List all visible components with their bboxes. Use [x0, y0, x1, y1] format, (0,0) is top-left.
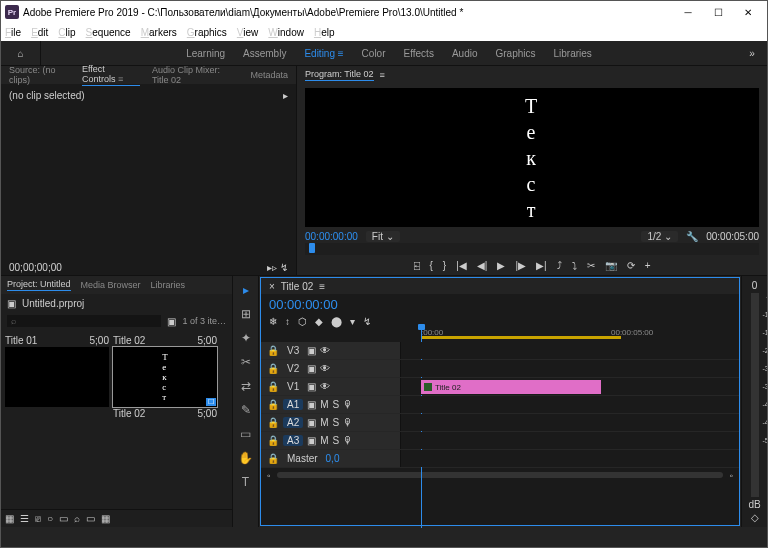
menu-view[interactable]: View [237, 27, 259, 38]
tool-3[interactable]: ✂ [238, 354, 254, 370]
tool-7[interactable]: ✋ [238, 450, 254, 466]
project-footer-btn-4[interactable]: ▭ [59, 513, 68, 524]
timeline-zoom-slider[interactable] [277, 472, 724, 478]
project-footer-btn-1[interactable]: ☰ [20, 513, 29, 524]
playhead-marker[interactable] [309, 243, 315, 253]
workspace-assembly[interactable]: Assembly [243, 48, 286, 59]
lock-icon[interactable]: 🔒 [267, 435, 279, 446]
workspace-editing[interactable]: Editing ≡ [304, 48, 343, 59]
menu-sequence[interactable]: Sequence [86, 27, 131, 38]
clip[interactable]: Title 02 [421, 380, 601, 394]
transport-btn-8[interactable]: ⤴ [557, 260, 562, 271]
project-search[interactable] [7, 315, 161, 327]
workspace-effects[interactable]: Effects [404, 48, 434, 59]
transport-btn-12[interactable]: ⟳ [627, 260, 635, 271]
track-body[interactable] [401, 342, 739, 359]
source-tab[interactable]: Source: (no clips) [9, 65, 70, 85]
menu-graphics[interactable]: Graphics [187, 27, 227, 38]
tab-menu-icon[interactable]: ≡ [380, 70, 385, 80]
track-io[interactable]: ▣ [307, 381, 316, 392]
transport-btn-0[interactable]: ⍇ [414, 260, 420, 271]
source-tab[interactable]: Effect Controls ≡ [82, 64, 140, 86]
workspace-audio[interactable]: Audio [452, 48, 478, 59]
track-body[interactable] [401, 396, 739, 413]
track-io[interactable]: M [320, 417, 328, 428]
timeline-ruler[interactable]: :00:0000:00:05:0000:00:10 [401, 328, 739, 342]
tool-0[interactable]: ▸ [238, 282, 254, 298]
track-io[interactable]: 👁 [320, 381, 330, 392]
track-io[interactable]: 🎙 [343, 435, 353, 446]
timeline-zoom-out[interactable]: ◦ [267, 470, 271, 481]
program-timecode-in[interactable]: 00:00:00:00 [305, 231, 358, 242]
project-tab[interactable]: Libraries [151, 280, 186, 290]
tool-5[interactable]: ✎ [238, 402, 254, 418]
track-io[interactable]: S [333, 399, 340, 410]
transport-btn-9[interactable]: ⤵ [572, 260, 577, 271]
track-io[interactable]: ▣ [307, 363, 316, 374]
lock-icon[interactable]: 🔒 [267, 381, 279, 392]
workspace-color[interactable]: Color [362, 48, 386, 59]
maximize-button[interactable]: ☐ [703, 1, 733, 23]
track-body[interactable] [401, 414, 739, 431]
project-footer-btn-0[interactable]: ▦ [5, 513, 14, 524]
project-footer-btn-6[interactable]: ▭ [86, 513, 95, 524]
close-button[interactable]: ✕ [733, 1, 763, 23]
source-tab[interactable]: Audio Clip Mixer: Title 02 [152, 65, 239, 85]
minimize-button[interactable]: ─ [673, 1, 703, 23]
track-io[interactable]: M [320, 435, 328, 446]
project-item[interactable]: Title 015;00 [5, 334, 109, 420]
transport-btn-4[interactable]: ◀| [477, 260, 488, 271]
timeline-opt-4[interactable]: ⬤ [331, 316, 342, 327]
project-footer-btn-3[interactable]: ○ [47, 513, 53, 524]
lock-icon[interactable]: 🔒 [267, 417, 279, 428]
seq-close-icon[interactable]: × [269, 281, 275, 292]
workspace-overflow[interactable]: » [737, 48, 767, 59]
track-io[interactable]: M [320, 399, 328, 410]
transport-btn-7[interactable]: ▶| [536, 260, 547, 271]
workspace-graphics[interactable]: Graphics [495, 48, 535, 59]
track-body[interactable] [401, 450, 739, 467]
tool-1[interactable]: ⊞ [238, 306, 254, 322]
project-tab[interactable]: Media Browser [81, 280, 141, 290]
program-monitor[interactable]: Т е к с т [305, 88, 759, 227]
lock-icon[interactable]: 🔒 [267, 453, 279, 464]
track-io[interactable]: 👁 [320, 345, 330, 356]
timeline-zoom-in[interactable]: ◦ [729, 470, 733, 481]
program-tab[interactable]: Program: Title 02 [305, 69, 374, 81]
master-value[interactable]: 0,0 [326, 453, 340, 464]
tool-6[interactable]: ▭ [238, 426, 254, 442]
lock-icon[interactable]: 🔒 [267, 363, 279, 374]
track-body[interactable]: Title 02 [401, 378, 739, 395]
workspace-learning[interactable]: Learning [186, 48, 225, 59]
timeline-opt-2[interactable]: ⬡ [298, 316, 307, 327]
track-io[interactable]: ▣ [307, 435, 316, 446]
track-label[interactable]: Master [283, 453, 322, 464]
transport-btn-1[interactable]: { [430, 260, 433, 271]
menu-file[interactable]: File [5, 27, 21, 38]
collapse-arrow-icon[interactable]: ▸ [283, 90, 288, 101]
source-tab[interactable]: Metadata [250, 70, 288, 80]
transport-btn-10[interactable]: ✂ [587, 260, 595, 271]
menu-clip[interactable]: Clip [58, 27, 75, 38]
timeline-opt-3[interactable]: ◆ [315, 316, 323, 327]
lock-icon[interactable]: 🔒 [267, 399, 279, 410]
project-item[interactable]: Title 025;00Т е к с т☐Title 025;00 [113, 334, 217, 420]
track-label[interactable]: V1 [283, 381, 303, 392]
track-label[interactable]: A1 [283, 399, 303, 410]
track-io[interactable]: ▣ [307, 399, 316, 410]
track-io[interactable]: 🎙 [343, 417, 353, 428]
track-io[interactable]: 🎙 [343, 399, 353, 410]
track-body[interactable] [401, 432, 739, 449]
menu-edit[interactable]: Edit [31, 27, 48, 38]
timeline-timecode[interactable]: 00:00:00:00 [269, 297, 338, 312]
menu-markers[interactable]: Markers [141, 27, 177, 38]
project-footer-btn-7[interactable]: ▦ [101, 513, 110, 524]
project-footer-btn-2[interactable]: ⎚ [35, 513, 41, 524]
settings-icon[interactable]: 🔧 [686, 231, 698, 242]
transport-btn-6[interactable]: |▶ [515, 260, 526, 271]
track-label[interactable]: V2 [283, 363, 303, 374]
tab-menu-icon[interactable]: ≡ [319, 281, 325, 292]
zoom-dropdown[interactable]: 1/2 ⌄ [641, 231, 678, 242]
transport-btn-3[interactable]: |◀ [456, 260, 467, 271]
program-ruler[interactable] [305, 243, 759, 255]
